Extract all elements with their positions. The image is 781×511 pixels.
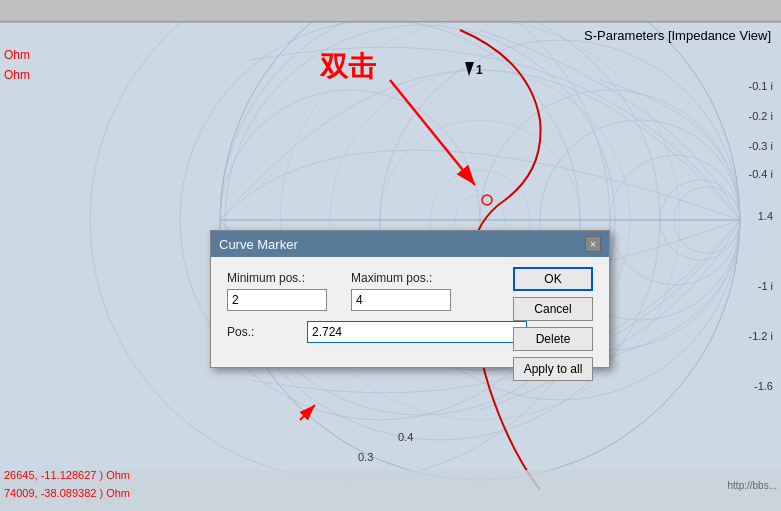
axis-label-right-8: -1.6 xyxy=(754,380,773,392)
curve-marker-dialog: Curve Marker × Minimum pos.: Maximum pos… xyxy=(210,230,610,368)
axis-label-bottom-2: 0.3 xyxy=(358,451,373,463)
axis-label-ohm-2: Ohm xyxy=(4,68,30,82)
annotation-text: 双击 xyxy=(320,51,376,82)
dialog-body: Minimum pos.: Maximum pos.: OK Cancel De… xyxy=(211,257,609,367)
apply-to-all-button[interactable]: Apply to all xyxy=(513,357,593,381)
axis-label-right-3: -0.3 i xyxy=(749,140,773,152)
svg-text:1: 1 xyxy=(476,63,483,77)
dialog-close-button[interactable]: × xyxy=(585,236,601,252)
axis-label-bottom-1: 0.4 xyxy=(398,431,413,443)
min-pos-label: Minimum pos.: xyxy=(227,271,327,285)
ok-button[interactable]: OK xyxy=(513,267,593,291)
cancel-button[interactable]: Cancel xyxy=(513,297,593,321)
axis-label-right-2: -0.2 i xyxy=(749,110,773,122)
dialog-titlebar: Curve Marker × xyxy=(211,231,609,257)
max-pos-input[interactable] xyxy=(351,289,451,311)
min-pos-group: Minimum pos.: xyxy=(227,271,327,311)
dialog-title: Curve Marker xyxy=(219,237,298,252)
axis-label-right-5: 1.4 xyxy=(758,210,773,222)
axis-label-right-4: -0.4 i xyxy=(749,168,773,180)
chart-title-text: S-Parameters [Impedance View] xyxy=(584,28,771,43)
pos-input[interactable] xyxy=(307,321,527,343)
chart-title: S-Parameters [Impedance View] xyxy=(584,28,771,43)
axis-label-ohm-1: Ohm xyxy=(4,48,30,62)
top-bar xyxy=(0,0,781,22)
min-pos-input[interactable] xyxy=(227,289,327,311)
max-pos-label: Maximum pos.: xyxy=(351,271,451,285)
delete-button[interactable]: Delete xyxy=(513,327,593,351)
bottom-link: http://bbs... xyxy=(728,480,777,491)
pos-label: Pos.: xyxy=(227,325,307,339)
max-pos-group: Maximum pos.: xyxy=(351,271,451,311)
status-line-1: 26645, -11.128627 ) Ohm xyxy=(0,467,134,483)
chinese-annotation: 双击 xyxy=(320,48,376,86)
axis-label-right-1: -0.1 i xyxy=(749,80,773,92)
axis-label-right-6: -1 i xyxy=(758,280,773,292)
axis-label-right-7: -1.2 i xyxy=(749,330,773,342)
status-line-2: 74009, -38.089382 ) Ohm xyxy=(0,485,134,501)
close-icon: × xyxy=(590,238,596,250)
